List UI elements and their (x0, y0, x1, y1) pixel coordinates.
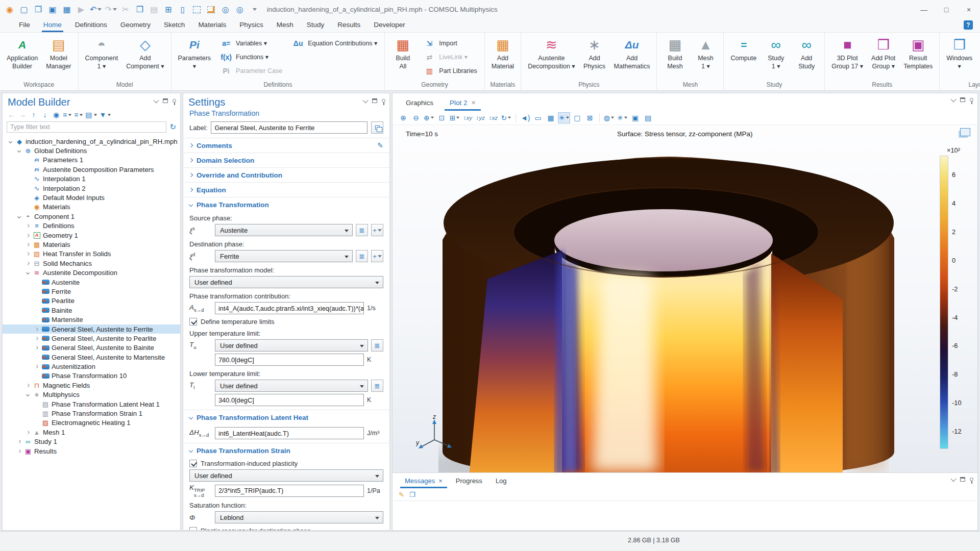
tab-graphics[interactable]: Graphics (399, 96, 440, 111)
tree-item[interactable]: ▤Phase Transformation Latent Heat 1 (3, 399, 180, 409)
tab-messages[interactable]: Messages× (399, 474, 449, 488)
tip-checkbox[interactable] (189, 460, 197, 467)
reset-desktop-button[interactable]: ↻Reset Desktop ▾ (977, 35, 980, 72)
paste-button[interactable]: ▤ (149, 4, 160, 16)
equation-contributions-item[interactable]: ΔuEquation Contributions ▾ (287, 36, 381, 50)
expand-icon[interactable] (24, 243, 32, 246)
image-snapshot-button[interactable]: ▭ (532, 112, 544, 123)
tree-item[interactable]: ◈Default Model Inputs (3, 193, 180, 202)
expand-icon[interactable] (24, 234, 32, 237)
tree-item[interactable]: ◆induction_hardening_of_a_cylindrical_pi… (3, 137, 180, 146)
section-equation[interactable]: Equation (183, 182, 389, 197)
result-templates-button[interactable]: ▣Result Templates (900, 35, 936, 72)
tab-progress[interactable]: Progress (450, 474, 488, 488)
view-xz-button[interactable]: ↕xz (487, 112, 499, 123)
trip-input[interactable]: 2/3*int5_TRIP(audc.T) (215, 485, 364, 497)
collapse-icon[interactable] (24, 271, 32, 274)
insert-reference-button[interactable]: ≣ (356, 224, 368, 236)
lock-axis-button[interactable]: ⊠ (584, 112, 596, 123)
collapse-all-button[interactable]: ≡ (74, 111, 83, 119)
add-mathematics-button[interactable]: ΔuAdd Mathematics (610, 35, 654, 72)
comsol-logo-button[interactable]: ◉ (4, 4, 15, 16)
new-file-button[interactable]: ▢ (18, 4, 30, 16)
zoom-out-button[interactable]: ⊖ (410, 112, 422, 123)
tree-item[interactable]: ∿Interpolation 2 (3, 184, 180, 193)
menu-geometry[interactable]: Geometry (114, 21, 157, 32)
build-mesh-button[interactable]: ▦Build Mesh (660, 35, 690, 72)
component-1-button[interactable]: ◓Component 1 ▾ (82, 35, 122, 72)
tree-item[interactable]: General Steel, Austenite to Martensite (3, 353, 180, 362)
application-builder-button[interactable]: AApplication Builder (3, 35, 41, 72)
sound-button[interactable]: ◄) (520, 112, 531, 123)
plot-settings-button[interactable]: ◍ (603, 112, 615, 123)
panel-pin-icon[interactable] (970, 98, 973, 102)
tip-model-select[interactable]: User defined (189, 469, 383, 482)
model-manager-button[interactable]: ▤Model Manager (42, 35, 75, 72)
define-temperature-limits-checkbox[interactable] (189, 318, 197, 325)
add-study-button[interactable]: ∞Add Study (792, 35, 821, 72)
close-tab-icon[interactable]: × (438, 477, 443, 485)
tree-item[interactable]: General Steel, Austenite to Bainite (3, 343, 180, 353)
panel-pin-icon[interactable] (382, 99, 385, 103)
save-as-button[interactable]: ▦ (61, 4, 72, 16)
expand-icon[interactable] (33, 337, 40, 340)
move-down-button[interactable]: ↓ (40, 111, 50, 119)
redo-button[interactable]: ↷ (105, 4, 116, 16)
livelink-item[interactable]: ⇄LiveLink ▾ (419, 50, 481, 64)
delete-button[interactable]: ▯ (177, 4, 188, 16)
panel-menu-icon[interactable] (153, 97, 159, 103)
minimize-button[interactable]: — (913, 0, 935, 19)
save-button[interactable]: ▣ (47, 4, 58, 16)
find-in-model-button[interactable]: ◎ (234, 4, 246, 16)
panel-menu-icon[interactable] (950, 475, 956, 481)
tree-item[interactable]: AGeometry 1 (3, 231, 180, 240)
functions-item[interactable]: f(x)Functions ▾ (215, 50, 286, 64)
plot-area[interactable]: Time=10 s Surface: Stress tensor, zz-com… (393, 125, 977, 472)
go-to-view-button[interactable]: ⊞ (449, 112, 461, 123)
add-phase-button[interactable]: + (371, 224, 383, 236)
panel-float-icon[interactable] (163, 98, 168, 103)
tree-item[interactable]: Bainite (3, 306, 180, 315)
open-file-button[interactable]: ❒ (33, 4, 44, 16)
filter-button[interactable]: ▼ (100, 111, 112, 119)
run-button[interactable]: ▶ (76, 4, 87, 16)
latent-heat-input[interactable]: int6_LatentHeat(audc.T) (215, 427, 364, 439)
copy-button[interactable]: ❒ (134, 4, 145, 16)
zoom-extents-button[interactable]: ⊕ (423, 112, 435, 123)
rotate-button[interactable]: ↻ (500, 112, 512, 123)
panel-float-icon[interactable] (960, 477, 965, 482)
tree-item[interactable]: Ferrite (3, 287, 180, 296)
scene-light-button[interactable]: ☀ (558, 112, 570, 123)
find-button[interactable]: ◎ (220, 4, 231, 16)
model-tree-node-text-button[interactable]: ▤ (85, 111, 97, 119)
upper-limit-input[interactable]: 780.0[degC] (215, 354, 364, 366)
mesh-1-button[interactable]: ▲Mesh 1 ▾ (691, 35, 720, 72)
camera-button[interactable]: ▣ (630, 112, 641, 123)
menu-file[interactable]: File (12, 21, 37, 32)
menu-developer[interactable]: Developer (367, 21, 412, 32)
part-libraries-item[interactable]: ▥Part Libraries (419, 64, 481, 78)
tab-plot-2[interactable]: Plot 2× (443, 95, 483, 111)
tree-item[interactable]: Austenite (3, 278, 180, 287)
view-layers-icon[interactable] (960, 128, 970, 136)
close-button[interactable]: × (958, 0, 980, 19)
add-phase-button[interactable]: + (371, 250, 383, 262)
expand-icon[interactable] (24, 431, 32, 434)
windows-button[interactable]: ❒Windows ▾ (943, 35, 976, 72)
undo-button[interactable]: ↶ (90, 4, 102, 16)
tree-item[interactable]: ⊟Solid Mechanics (3, 259, 180, 268)
section-latent-heat[interactable]: Phase Transformation Latent Heat (183, 410, 389, 424)
tree-item[interactable]: ≋Austenite Decomposition (3, 268, 180, 277)
destination-phase-select[interactable]: Ferrite (215, 250, 353, 262)
expand-icon[interactable] (33, 328, 40, 331)
menu-results[interactable]: Results (331, 21, 367, 32)
tree-item[interactable]: ▲Mesh 1 (3, 428, 180, 437)
expand-icon[interactable] (15, 440, 23, 443)
tree-item[interactable]: ⊕Global Definitions (3, 146, 180, 155)
tree-item[interactable]: ⊓Magnetic Fields (3, 381, 180, 390)
panel-menu-icon[interactable] (362, 97, 368, 103)
back-button[interactable]: ← (7, 111, 16, 119)
tree-item[interactable]: Phase Transformation 10 (3, 371, 180, 381)
cut-button[interactable]: ✂ (120, 4, 131, 16)
tree-item[interactable]: ≡Definitions (3, 221, 180, 231)
